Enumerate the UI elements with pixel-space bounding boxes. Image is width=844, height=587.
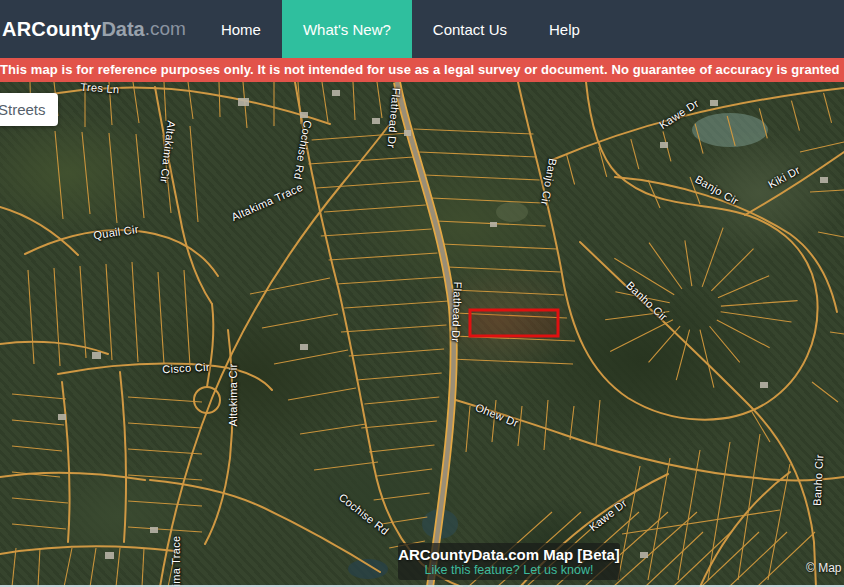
app-window: ARCountyData.com Home What's New? Contac… bbox=[0, 0, 844, 587]
main-nav: Home What's New? Contact Us Help bbox=[200, 0, 601, 58]
nav-item-home[interactable]: Home bbox=[200, 0, 282, 58]
brand-logo[interactable]: ARCountyData.com bbox=[0, 0, 186, 58]
map-attribution: © Map bbox=[806, 561, 842, 575]
nav-item-whats-new[interactable]: What's New? bbox=[282, 0, 412, 58]
nav-item-help[interactable]: Help bbox=[528, 0, 601, 58]
map-title: ARCountyData.com Map [Beta] bbox=[398, 546, 620, 563]
nav-item-contact-us[interactable]: Contact Us bbox=[412, 0, 528, 58]
top-navbar: ARCountyData.com Home What's New? Contac… bbox=[0, 0, 844, 58]
disclaimer-banner: This map is for reference purposes only.… bbox=[0, 58, 844, 82]
terrain-patches bbox=[348, 113, 768, 579]
brand-part-arcounty: ARCounty bbox=[2, 18, 101, 41]
brand-part-com: .com bbox=[145, 18, 186, 40]
feedback-link[interactable]: Like this feature? Let us know! bbox=[398, 563, 620, 577]
disclaimer-text: This map is for reference purposes only.… bbox=[0, 62, 840, 77]
map-canvas[interactable]: Tres LnAltakima CirCochise RdFlathead Dr… bbox=[0, 82, 844, 587]
brand-part-data: Data bbox=[101, 18, 144, 41]
basemap-streets-button[interactable]: Streets bbox=[0, 93, 58, 126]
map-title-overlay: ARCountyData.com Map [Beta] Like this fe… bbox=[398, 543, 620, 580]
parcel-map-graphic bbox=[0, 82, 844, 587]
selected-parcel-highlight bbox=[470, 310, 558, 336]
roads-layer bbox=[0, 82, 844, 587]
